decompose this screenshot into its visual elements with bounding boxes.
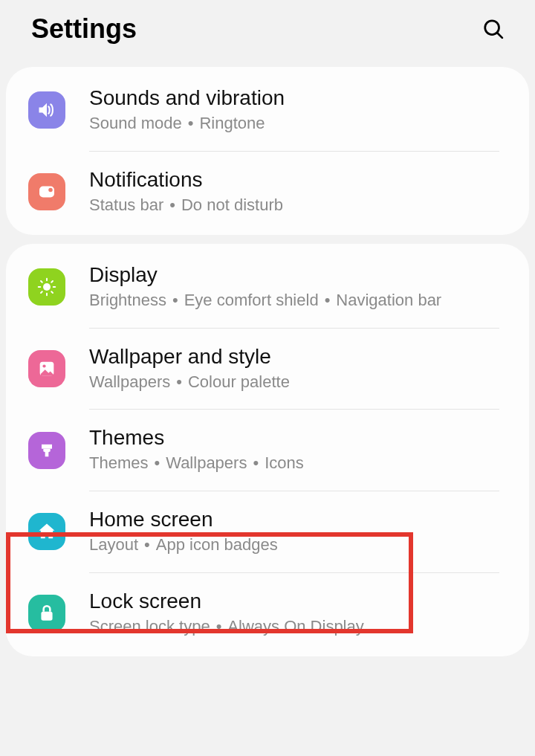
header: Settings xyxy=(0,0,535,58)
row-subtitle: Sound mode•Ringtone xyxy=(89,113,507,135)
pip-icon xyxy=(28,173,65,210)
svg-rect-2 xyxy=(39,186,54,197)
settings-row-notifications[interactable]: NotificationsStatus bar•Do not disturb xyxy=(6,152,529,233)
separator-dot: • xyxy=(144,535,150,554)
row-subtitle: Screen lock type•Always On Display xyxy=(89,616,507,638)
brush-icon xyxy=(28,432,65,469)
svg-line-1 xyxy=(497,33,502,38)
row-subtitle: Brightness•Eye comfort shield•Navigation… xyxy=(89,290,507,311)
volume-icon xyxy=(28,91,65,129)
row-text: Lock screenScreen lock type•Always On Di… xyxy=(89,589,507,638)
svg-line-11 xyxy=(41,292,42,294)
row-title: Wallpaper and style xyxy=(89,345,507,369)
settings-group: Sounds and vibrationSound mode•RingtoneN… xyxy=(6,67,529,235)
separator-dot: • xyxy=(325,291,331,309)
row-sub-item: App icon badges xyxy=(156,535,278,554)
settings-row-home-screen[interactable]: Home screenLayout•App icon badges xyxy=(6,491,529,572)
settings-row-sounds-and-vibration[interactable]: Sounds and vibrationSound mode•Ringtone xyxy=(6,70,529,151)
row-subtitle: Layout•App icon badges xyxy=(89,534,507,556)
picture-icon xyxy=(28,350,65,387)
row-sub-item: Layout xyxy=(89,535,138,554)
row-sub-item: Wallpapers xyxy=(89,372,170,391)
separator-dot: • xyxy=(172,291,178,309)
row-title: Notifications xyxy=(89,168,507,192)
separator-dot: • xyxy=(154,453,160,472)
svg-point-4 xyxy=(43,283,51,291)
row-sub-item: Do not disturb xyxy=(181,196,283,214)
separator-dot: • xyxy=(216,617,222,636)
separator-dot: • xyxy=(253,453,259,472)
svg-line-10 xyxy=(51,292,53,294)
lock-icon xyxy=(28,595,65,632)
svg-point-14 xyxy=(42,364,45,367)
row-sub-item: Eye comfort shield xyxy=(184,291,319,309)
page-title: Settings xyxy=(31,13,137,45)
row-text: Sounds and vibrationSound mode•Ringtone xyxy=(89,86,507,135)
separator-dot: • xyxy=(169,196,175,214)
svg-line-12 xyxy=(51,281,53,282)
row-text: Wallpaper and styleWallpapers•Colour pal… xyxy=(89,345,507,393)
row-sub-item: Themes xyxy=(89,453,148,472)
row-sub-item: Wallpapers xyxy=(166,453,247,472)
settings-row-wallpaper-and-style[interactable]: Wallpaper and styleWallpapers•Colour pal… xyxy=(6,329,529,410)
home-icon xyxy=(28,513,65,550)
row-sub-item: Screen lock type xyxy=(89,617,210,636)
row-sub-item: Ringtone xyxy=(199,114,265,132)
settings-group: DisplayBrightness•Eye comfort shield•Nav… xyxy=(6,244,529,656)
row-sub-item: Colour palette xyxy=(188,372,290,391)
row-text: Home screenLayout•App icon badges xyxy=(89,508,507,556)
settings-row-display[interactable]: DisplayBrightness•Eye comfort shield•Nav… xyxy=(6,247,529,328)
row-subtitle: Themes•Wallpapers•Icons xyxy=(89,453,507,474)
row-text: ThemesThemes•Wallpapers•Icons xyxy=(89,426,507,474)
row-text: DisplayBrightness•Eye comfort shield•Nav… xyxy=(89,263,507,311)
row-title: Sounds and vibration xyxy=(89,86,507,110)
settings-row-lock-screen[interactable]: Lock screenScreen lock type•Always On Di… xyxy=(6,573,529,654)
row-sub-item: Icons xyxy=(265,453,304,472)
row-sub-item: Status bar xyxy=(89,196,163,214)
row-sub-item: Brightness xyxy=(89,291,166,309)
search-button[interactable] xyxy=(480,16,507,42)
row-sub-item: Navigation bar xyxy=(336,291,441,309)
row-title: Themes xyxy=(89,426,507,450)
search-icon xyxy=(482,18,505,40)
svg-rect-15 xyxy=(41,612,52,621)
row-subtitle: Wallpapers•Colour palette xyxy=(89,372,507,393)
row-title: Lock screen xyxy=(89,589,507,613)
separator-dot: • xyxy=(188,114,194,132)
settings-row-themes[interactable]: ThemesThemes•Wallpapers•Icons xyxy=(6,410,529,491)
row-title: Display xyxy=(89,263,507,287)
svg-line-9 xyxy=(41,281,42,282)
row-title: Home screen xyxy=(89,508,507,532)
separator-dot: • xyxy=(176,372,182,391)
row-text: NotificationsStatus bar•Do not disturb xyxy=(89,168,507,216)
row-sub-item: Always On Display xyxy=(227,617,363,636)
row-sub-item: Sound mode xyxy=(89,114,182,132)
svg-point-3 xyxy=(48,188,53,193)
row-subtitle: Status bar•Do not disturb xyxy=(89,195,507,216)
sun-icon xyxy=(28,268,65,306)
